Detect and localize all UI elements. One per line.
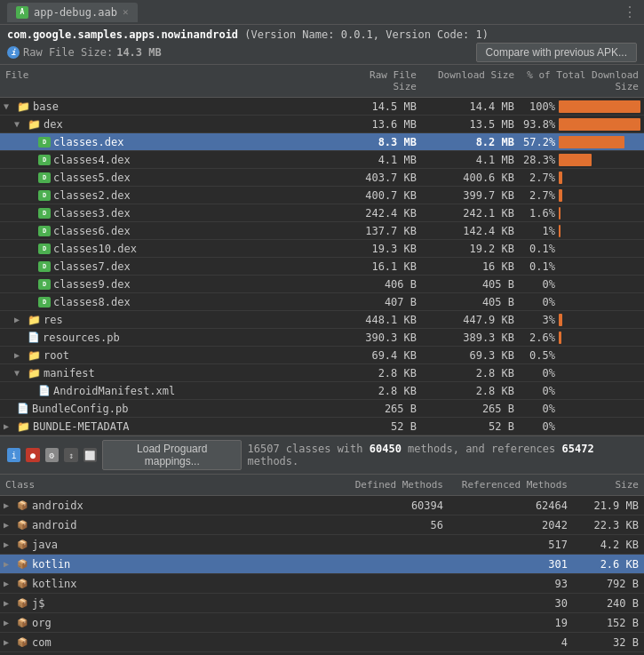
- dex-icon: D: [38, 190, 51, 201]
- tree-row[interactable]: Dclasses5.dex403.7 KB400.6 KB2.7%: [0, 169, 644, 187]
- pct-value: 3%: [523, 314, 555, 326]
- tree-row[interactable]: 📄AndroidManifest.xml2.8 KB2.8 KB0%: [0, 382, 644, 400]
- plain-toolbar-icon2[interactable]: ⬜: [83, 448, 97, 462]
- info-icon: i: [7, 46, 20, 59]
- raw-size-column-header: Raw File Size: [342, 68, 422, 94]
- class-row-name: org: [32, 617, 52, 629]
- tree-name-cell: ▼📁manifest: [0, 367, 342, 379]
- raw-size-cell: 16.1 KB: [342, 260, 422, 273]
- tree-row[interactable]: Dclasses2.dex400.7 KB399.7 KB2.7%: [0, 187, 644, 204]
- raw-size-cell: 69.4 KB: [342, 349, 422, 362]
- collapse-arrow-icon[interactable]: ▼: [14, 119, 25, 129]
- collapse-arrow-icon[interactable]: ▼: [4, 101, 14, 111]
- pct-bar-cell: 3%: [520, 314, 644, 326]
- class-row[interactable]: ▶📦android56204222.3 KB: [0, 515, 644, 535]
- dex-icon: D: [38, 261, 51, 272]
- title-tab[interactable]: A app-debug.aab ✕: [7, 3, 138, 22]
- raw-size-cell: 52 B: [342, 420, 422, 433]
- pct-bar-cell: 0.5%: [520, 349, 644, 362]
- more-menu-button[interactable]: ⋮: [623, 4, 637, 20]
- size-bar: [559, 118, 640, 131]
- tree-row[interactable]: ▼📁dex13.6 MB13.5 MB93.8%: [0, 116, 644, 133]
- size-cell: 152 B: [573, 617, 644, 629]
- load-proguard-button[interactable]: Load Proguard mappings...: [102, 440, 242, 470]
- expand-class-arrow-icon[interactable]: ▶: [4, 579, 12, 588]
- compare-button[interactable]: Compare with previous APK...: [476, 43, 637, 62]
- tree-name-cell: 📄resources.pb: [0, 331, 342, 344]
- expand-arrow-icon[interactable]: ▶: [14, 315, 25, 324]
- red-toolbar-icon[interactable]: ●: [26, 448, 39, 462]
- referenced-methods-cell: 19: [449, 617, 573, 629]
- pct-value: 0%: [523, 403, 555, 415]
- tree-row[interactable]: 📄resources.pb390.3 KB389.3 KB2.6%: [0, 329, 644, 347]
- close-tab-button[interactable]: ✕: [123, 6, 129, 18]
- dl-size-cell: 399.7 KB: [422, 189, 520, 202]
- referenced-methods-cell: 30: [449, 597, 573, 610]
- tree-row[interactable]: 📄BundleConfig.pb265 B265 B0%: [0, 400, 644, 418]
- pct-bar-cell: 0.1%: [520, 243, 644, 255]
- info-toolbar-icon[interactable]: i: [7, 448, 20, 462]
- tree-row[interactable]: ▼📁manifest2.8 KB2.8 KB0%: [0, 364, 644, 382]
- class-row-name: com: [32, 636, 52, 649]
- tree-row[interactable]: Dclasses8.dex407 B405 B0%: [0, 293, 644, 311]
- tree-row-name: resources.pb: [43, 331, 120, 344]
- raw-size-cell: 137.7 KB: [342, 225, 422, 237]
- package-icon: 📦: [16, 539, 28, 550]
- tree-row[interactable]: ▶📁root69.4 KB69.3 KB0.5%: [0, 347, 644, 364]
- tree-row-name: res: [44, 314, 63, 326]
- tree-row-name: classes.dex: [53, 136, 123, 148]
- class-row[interactable]: ▶📦kotlinx93792 B: [0, 574, 644, 594]
- expand-class-arrow-icon[interactable]: ▶: [4, 520, 12, 530]
- tree-name-cell: Dclasses.dex: [0, 136, 342, 148]
- package-icon: 📦: [16, 500, 28, 511]
- size-cell: 792 B: [573, 578, 644, 590]
- class-row[interactable]: ▶📦java5174.2 KB: [0, 535, 644, 555]
- expand-class-arrow-icon[interactable]: ▶: [4, 618, 12, 627]
- class-row[interactable]: ▶📦com432 B: [0, 633, 644, 652]
- plain-toolbar-icon1[interactable]: ↕: [64, 448, 77, 462]
- raw-size-cell: 242.4 KB: [342, 207, 422, 220]
- collapse-arrow-icon[interactable]: ▼: [14, 368, 25, 378]
- class-row[interactable]: ▶📦j$30240 B: [0, 594, 644, 613]
- pct-value: 2.7%: [523, 172, 555, 184]
- tree-row[interactable]: Dclasses3.dex242.4 KB242.1 KB1.6%: [0, 204, 644, 222]
- expand-class-arrow-icon[interactable]: ▶: [4, 637, 12, 647]
- expand-class-arrow-icon[interactable]: ▶: [4, 598, 12, 608]
- class-row-name: androidx: [32, 499, 83, 512]
- pct-value: 0%: [523, 296, 555, 308]
- class-table-header: Class Defined Methods Referenced Methods…: [0, 475, 644, 496]
- dex-icon: D: [38, 297, 51, 308]
- expand-class-arrow-icon[interactable]: ▶: [4, 500, 12, 510]
- tree-row[interactable]: Dclasses10.dex19.3 KB19.2 KB0.1%: [0, 240, 644, 258]
- gear-toolbar-icon[interactable]: ⚙: [45, 448, 59, 462]
- pct-value: 0.1%: [523, 260, 555, 273]
- expand-arrow-icon[interactable]: ▶: [4, 421, 14, 431]
- class-row[interactable]: ▶📦kotlin3012.6 KB: [0, 555, 644, 574]
- tree-row[interactable]: Dclasses.dex8.3 MB8.2 MB57.2%: [0, 133, 644, 151]
- dex-icon: D: [38, 244, 51, 254]
- pct-bar-cell: 2.7%: [520, 189, 644, 202]
- referenced-methods-cell: 4: [449, 636, 573, 649]
- class-row[interactable]: ▶📦org19152 B: [0, 613, 644, 633]
- tree-row[interactable]: Dclasses6.dex137.7 KB142.4 KB1%: [0, 222, 644, 240]
- class-name-cell: ▶📦java: [0, 539, 342, 551]
- tree-row[interactable]: Dclasses4.dex4.1 MB4.1 MB28.3%: [0, 151, 644, 169]
- dex-icon: D: [38, 137, 51, 148]
- expand-class-arrow-icon[interactable]: ▶: [4, 559, 12, 569]
- expand-arrow-icon[interactable]: ▶: [14, 350, 25, 360]
- raw-size-cell: 2.8 KB: [342, 385, 422, 397]
- folder-icon: 📁: [17, 100, 30, 113]
- class-row[interactable]: ▶📦androidx603946246421.9 MB: [0, 496, 644, 515]
- dl-size-cell: 265 B: [422, 403, 520, 415]
- tree-row[interactable]: Dclasses9.dex406 B405 B0%: [0, 276, 644, 293]
- class-table: ▶📦androidx603946246421.9 MB▶📦android5620…: [0, 496, 644, 655]
- tree-row[interactable]: ▶📁BUNDLE-METADATA52 B52 B0%: [0, 418, 644, 435]
- tree-row[interactable]: ▶📁res448.1 KB447.9 KB3%: [0, 311, 644, 329]
- tree-row[interactable]: ▼📁base14.5 MB14.4 MB100%: [0, 98, 644, 116]
- tree-row[interactable]: Dclasses7.dex16.1 KB16 KB0.1%: [0, 258, 644, 276]
- referenced-methods-cell: 93: [449, 578, 573, 590]
- file-icon: 📄: [38, 385, 51, 396]
- expand-class-arrow-icon[interactable]: ▶: [4, 539, 12, 549]
- ref-count: 65472: [562, 443, 594, 455]
- defined-methods-cell: 56: [342, 519, 449, 531]
